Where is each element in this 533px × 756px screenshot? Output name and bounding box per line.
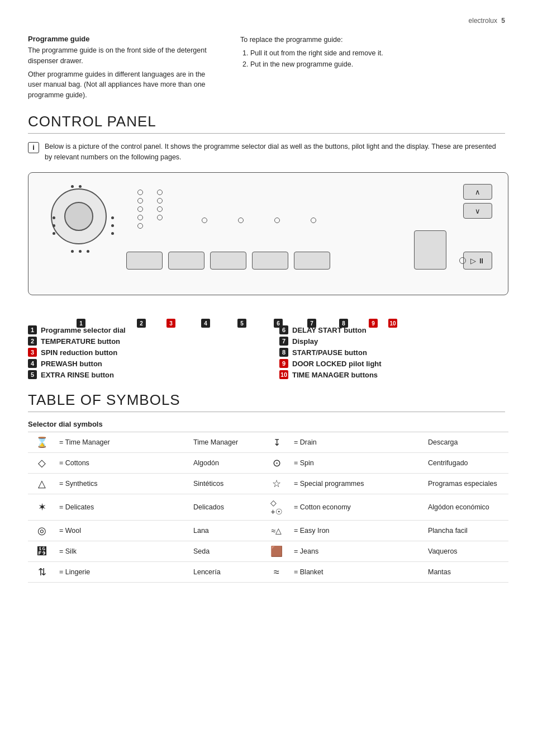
number-labels-row: 1 2 3 4 5 6 7 8 9 10: [28, 305, 508, 318]
circle: [137, 223, 143, 229]
comp-9: 9 DOOR LOCKED pilot light: [279, 359, 508, 368]
control-panel-title: CONTROL PANEL: [28, 113, 505, 134]
circle: [157, 190, 163, 195]
btn-6: [294, 252, 330, 270]
dial-dot: [87, 250, 89, 253]
btn-3: [168, 252, 204, 270]
label-5: 5: [237, 319, 246, 328]
sym-eq-drain: = Drain: [291, 432, 425, 453]
sym-name-blanket: Mantas: [425, 562, 508, 583]
control-panel-diagram: ∧ ∨ ▷ ⏸: [28, 172, 508, 295]
pg-text1: The programme guide is on the front side…: [28, 45, 218, 67]
sym-icon-wool: ◎: [28, 521, 56, 541]
sym-name-spin: Centrifugado: [425, 453, 508, 474]
sym-icon-silk: ᛹: [28, 541, 56, 562]
label-1: 1: [77, 319, 85, 328]
comp-label-2: TEMPERATURE button: [41, 337, 120, 346]
comp-label-8: START/PAUSE button: [292, 348, 367, 357]
circle: [157, 198, 163, 204]
dial-dot: [71, 250, 74, 253]
label-6: 6: [274, 319, 283, 328]
sym-icon-lingerie: ⇅: [28, 562, 56, 583]
comp-label-9: DOOR LOCKED pilot light: [292, 360, 382, 368]
sym-icon-cottoneco: ◇+☉: [263, 494, 291, 521]
pg-right: To replace the programme guide: Pull it …: [240, 35, 505, 101]
comp-num-8: 8: [279, 348, 288, 357]
circle: [157, 215, 163, 220]
diagram-wrapper: ∧ ∨ ▷ ⏸ 1 2 3 4 5 6 7 8 9 10: [28, 172, 508, 318]
circle: [137, 198, 143, 204]
circle: [238, 218, 244, 223]
dial-dot: [53, 232, 55, 235]
sym-eq-delicates: = Delicates: [56, 494, 190, 521]
down-btn: ∨: [463, 203, 492, 219]
comp-7: 7 Display: [279, 337, 508, 346]
sym-name-jeans: Vaqueros: [425, 541, 508, 562]
programme-guide-section: Programme guide The programme guide is o…: [28, 35, 505, 101]
comp-label-5: EXTRA RINSE button: [41, 371, 114, 379]
info-icon: i: [28, 142, 39, 153]
right-buttons: ∧ ∨: [463, 184, 492, 219]
pg-left: Programme guide The programme guide is o…: [28, 35, 218, 101]
sym-eq-jeans: = Jeans: [291, 541, 425, 562]
symbols-grid: ⌛ = Time Manager Time Manager ↧ = Drain …: [28, 432, 508, 583]
sym-eq-cottoneco: = Cotton economy: [291, 494, 425, 521]
sym-icon-blanket: ≈: [263, 562, 291, 583]
btn-5: [252, 252, 288, 270]
comp-num-10: 10: [279, 370, 288, 379]
comp-num-1: 1: [28, 325, 37, 334]
sym-eq-synthetics: = Synthetics: [56, 474, 190, 494]
brand: electrolux: [469, 17, 497, 25]
sym-icon-special: ☆: [263, 474, 291, 494]
btn-4: [210, 252, 246, 270]
circle: [157, 206, 163, 212]
single-circles-row: [202, 218, 316, 223]
pg-step-1: Pull it out from the right side and remo…: [250, 48, 505, 59]
comp-num-9: 9: [279, 359, 288, 368]
pg-step-2: Put in the new programme guide.: [250, 59, 505, 70]
temp-circles: [137, 190, 143, 229]
pg-title: Programme guide: [28, 35, 218, 43]
comp-num-4: 4: [28, 359, 37, 368]
comp-3: 3 SPIN reduction button: [28, 348, 257, 357]
sym-icon-spin: ⊙: [263, 453, 291, 474]
circle: [202, 218, 207, 223]
symbols-title: TABLE OF SYMBOLS: [28, 391, 505, 412]
circle: [137, 206, 143, 212]
sym-eq-lingerie: = Lingerie: [56, 562, 190, 583]
sym-name-cottoneco: Algódon económico: [425, 494, 508, 521]
circle: [137, 190, 143, 195]
dial-dot: [79, 250, 82, 253]
programme-dial: [51, 188, 107, 244]
comp-10: 10 TIME MANAGER buttons: [279, 370, 508, 379]
sym-eq-wool: = Wool: [56, 521, 190, 541]
sym-eq-timemanager: = Time Manager: [56, 432, 190, 453]
up-btn: ∧: [463, 184, 492, 200]
sym-eq-blanket: = Blanket: [291, 562, 425, 583]
sym-icon-timemanager: ⌛: [28, 432, 56, 453]
symbols-subtitle: Selector dial symbols: [28, 420, 508, 428]
dial-dot: [111, 232, 114, 235]
circle: [274, 218, 280, 223]
sym-icon-synthetics: △: [28, 474, 56, 494]
label-4: 4: [201, 319, 210, 328]
comp-8: 8 START/PAUSE button: [279, 348, 508, 357]
sym-name-silk: Seda: [190, 541, 263, 562]
sym-icon-delicates: ✶: [28, 494, 56, 521]
components-list: 1 Programme selector dial 6 DELAY START …: [28, 325, 508, 379]
circle: [311, 218, 316, 223]
sym-icon-drain: ↧: [263, 432, 291, 453]
label-2: 2: [137, 319, 146, 328]
label-10: 10: [388, 319, 397, 328]
comp-num-7: 7: [279, 337, 288, 346]
sym-icon-jeans: 🟫: [263, 541, 291, 562]
comp-num-2: 2: [28, 337, 37, 346]
label-3: 3: [166, 319, 175, 328]
sym-icon-cottons: ◇: [28, 453, 56, 474]
comp-2: 2 TEMPERATURE button: [28, 337, 257, 346]
dial-dot: [111, 216, 114, 219]
info-box: i Below is a picture of the control pane…: [28, 141, 505, 163]
sym-name-special: Programas especiales: [425, 474, 508, 494]
sym-name-delicates: Delicados: [190, 494, 263, 521]
spin-circles: [157, 190, 163, 220]
